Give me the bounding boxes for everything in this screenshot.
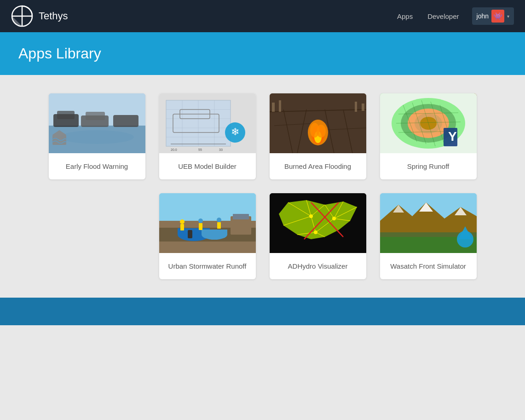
app-card-spring-runoff[interactable]: Y Spring Runoff xyxy=(380,93,477,179)
brand-name: Tethys xyxy=(39,10,68,22)
svg-rect-36 xyxy=(272,103,275,112)
app-image-urban-stormwater-runoff xyxy=(159,193,256,253)
app-title-early-flood-warning: Early Flood Warning xyxy=(49,153,145,179)
svg-point-3 xyxy=(60,130,134,144)
app-image-early-flood-warning xyxy=(49,93,145,153)
user-dropdown[interactable]: john 👾 ▾ xyxy=(472,7,514,25)
svg-text:❄: ❄ xyxy=(231,126,239,138)
svg-rect-38 xyxy=(355,102,357,112)
svg-point-93 xyxy=(309,214,313,218)
svg-rect-5 xyxy=(57,111,75,119)
page-title: Apps Library xyxy=(18,45,507,62)
user-avatar: 👾 xyxy=(491,10,504,23)
app-title-wasatch-front-simulator: Wasatch Front Simulator xyxy=(380,253,477,279)
svg-rect-7 xyxy=(86,112,105,120)
svg-point-44 xyxy=(317,125,326,138)
footer xyxy=(0,298,525,325)
svg-point-73 xyxy=(217,218,221,222)
svg-point-71 xyxy=(198,219,203,223)
developer-link[interactable]: Developer xyxy=(422,10,464,23)
svg-rect-72 xyxy=(199,223,202,230)
app-title-adhydro-visualizer: ADHydro Visualizer xyxy=(270,253,366,279)
app-image-ueb-model-builder: ❄ 20.0 55 33 xyxy=(159,93,256,153)
svg-point-69 xyxy=(180,219,185,224)
svg-text:Y: Y xyxy=(448,129,457,144)
app-card-adhydro-visualizer[interactable]: ADHydro Visualizer xyxy=(270,193,366,279)
app-card-empty-slot xyxy=(49,193,145,279)
apps-link[interactable]: Apps xyxy=(392,10,418,23)
svg-point-94 xyxy=(332,217,336,220)
app-card-wasatch-front-simulator[interactable]: Wasatch Front Simulator xyxy=(380,193,477,279)
svg-point-95 xyxy=(314,230,317,234)
username-label: john xyxy=(477,12,489,20)
svg-rect-74 xyxy=(217,222,221,229)
app-title-burned-area-flooding: Burned Area Flooding xyxy=(270,153,366,179)
svg-rect-8 xyxy=(113,115,138,127)
svg-rect-70 xyxy=(180,224,184,230)
app-image-spring-runoff: Y xyxy=(380,93,477,153)
svg-text:55: 55 xyxy=(198,148,202,151)
app-card-early-flood-warning[interactable]: Early Flood Warning xyxy=(49,93,145,179)
app-image-burned-area-flooding xyxy=(270,93,366,153)
dropdown-arrow-icon: ▾ xyxy=(507,14,509,19)
app-title-ueb-model-builder: UEB Model Builder xyxy=(159,153,256,179)
svg-rect-76 xyxy=(233,214,249,219)
app-card-ueb-model-builder[interactable]: ❄ 20.0 55 33 UEB Model Builder xyxy=(159,93,256,179)
app-image-wasatch-front-simulator xyxy=(380,193,477,253)
svg-rect-37 xyxy=(279,100,281,112)
app-image-adhydro-visualizer xyxy=(270,193,366,253)
navbar-links: Apps Developer john 👾 ▾ xyxy=(392,7,514,25)
svg-text:20.0: 20.0 xyxy=(171,148,177,151)
apps-container: Early Flood Warning xyxy=(0,75,525,298)
svg-text:33: 33 xyxy=(219,148,223,151)
app-card-urban-stormwater-runoff[interactable]: Urban Stormwater Runoff xyxy=(159,193,256,279)
tethys-logo-icon xyxy=(11,5,33,27)
svg-rect-39 xyxy=(362,104,364,111)
navbar: Tethys Apps Developer john 👾 ▾ xyxy=(0,0,525,32)
svg-rect-67 xyxy=(202,230,227,235)
app-title-spring-runoff: Spring Runoff xyxy=(380,153,477,179)
header-banner: Apps Library xyxy=(0,32,525,75)
apps-grid: Early Flood Warning xyxy=(28,93,497,279)
app-card-burned-area-flooding[interactable]: Burned Area Flooding xyxy=(270,93,366,179)
svg-rect-68 xyxy=(188,230,192,238)
brand: Tethys xyxy=(11,5,392,27)
app-title-urban-stormwater-runoff: Urban Stormwater Runoff xyxy=(159,253,256,279)
